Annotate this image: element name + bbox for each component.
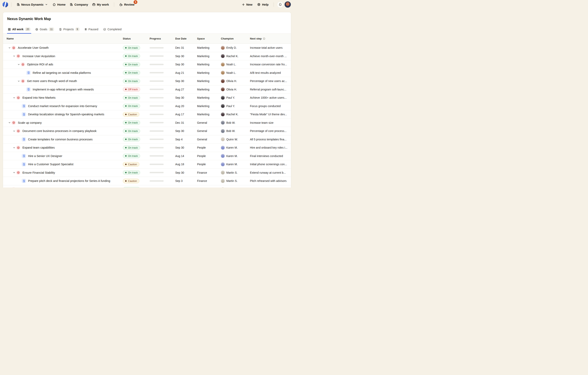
expand-chevron-icon[interactable] [13,146,15,149]
notifications-button[interactable] [277,1,284,8]
expand-chevron-icon[interactable] [13,171,15,174]
champion-name[interactable]: Olivia H. [226,88,237,91]
champion-name[interactable]: Olivia H. [226,79,237,83]
champion-name[interactable]: Paul Y. [226,96,235,99]
app-logo[interactable] [3,2,8,7]
champion-name[interactable]: Noah L. [226,63,236,66]
champion-name[interactable]: Emily D. [226,46,237,49]
table-row[interactable]: Hire a Customer Support SpecialistCautio… [3,160,291,169]
status-badge[interactable]: On track [123,129,140,133]
space-name[interactable]: Marketing [197,79,209,83]
item-name[interactable]: Hire a Customer Support Specialist [28,163,73,166]
item-name[interactable]: Develop localization strategy for Spanis… [28,113,104,116]
table-row[interactable]: Hire a Senior UX DesignerOn trackAug 14P… [3,152,291,160]
space-name[interactable]: Marketing [197,71,209,74]
table-row[interactable]: Get more users through word of mouthOn t… [3,77,291,85]
status-badge[interactable]: On track [123,137,140,142]
new-button[interactable]: New [240,2,254,7]
item-name[interactable]: Expand into New Markets [22,96,55,99]
champion-name[interactable]: Bob W. [226,129,235,132]
item-name[interactable]: Accelerate User Growth [18,46,49,49]
item-name[interactable]: Expand team capabilities [22,146,55,149]
space-name[interactable]: Marketing [197,55,209,58]
item-name[interactable]: Get more users through word of mouth [27,79,77,83]
table-row[interactable]: Increase User AcquisitionOn trackSep 30M… [3,52,291,61]
champion-name[interactable]: Karen M. [226,146,238,149]
item-name[interactable]: Scale up company [18,121,42,124]
table-row[interactable]: Ensure Financial StabilityOn trackSep 30… [3,169,291,177]
item-name[interactable]: Optimize ROI of ads [27,63,53,66]
column-header-name[interactable]: Name [7,34,14,44]
expand-chevron-icon[interactable] [13,96,15,99]
tab-all-work[interactable]: All work20 [6,25,32,33]
column-header-status[interactable]: Status [123,34,131,44]
table-row[interactable]: Accelerate User GrowthOn trackDec 31Mark… [3,44,291,52]
status-badge[interactable]: On track [123,62,140,67]
workspace-switcher[interactable]: Nexus Dynamic [15,2,50,7]
status-badge[interactable]: On track [123,154,140,158]
status-badge[interactable]: Caution [123,162,139,167]
space-name[interactable]: Marketing [197,63,209,66]
status-badge[interactable]: On track [123,54,140,58]
table-row[interactable]: Expand team capabilitiesOn trackSep 30Pe… [3,143,291,152]
table-row[interactable]: Expand into New MarketsOn trackSep 30Mar… [3,94,291,102]
space-name[interactable]: Marketing [197,96,209,99]
nav-review[interactable]: Review 5 [117,2,136,8]
status-badge[interactable]: On track [123,187,140,188]
item-name[interactable]: Implement in-app referral program with r… [33,88,94,91]
champion-name[interactable]: Martin S. [226,171,238,174]
item-name[interactable]: Conduct market research for expansion in… [28,104,97,108]
space-name[interactable]: People [197,146,206,149]
status-badge[interactable]: On track [123,79,140,83]
table-row[interactable]: Prepare pitch deck and financial project… [3,177,291,185]
item-name[interactable]: Create templates for common business pro… [28,138,93,141]
column-header-champion[interactable]: Champion [221,34,234,44]
champion-name[interactable]: Bob W. [226,121,235,124]
column-header-next-step[interactable]: Next step [250,34,288,44]
champion-name[interactable]: Rachel K. [226,113,239,116]
status-badge[interactable]: On track [123,170,140,175]
space-name[interactable]: Marketing [197,113,209,116]
expand-chevron-icon[interactable] [8,46,11,49]
table-row[interactable]: Implement in-app referral program with r… [3,85,291,94]
status-badge[interactable]: On track [123,70,140,75]
item-name[interactable]: Increase User Acquisition [22,55,55,58]
column-header-due-date[interactable]: Due Date [175,34,187,44]
status-badge[interactable]: On track [123,145,140,150]
space-name[interactable]: People [197,163,206,166]
space-name[interactable]: Finance [197,171,207,174]
space-name[interactable]: General [197,138,207,141]
table-row[interactable]: Refine ad targeting on social media plat… [3,69,291,77]
table-row[interactable]: Create templates for common business pro… [3,135,291,144]
expand-chevron-icon[interactable] [13,130,15,132]
expand-chevron-icon[interactable] [17,80,20,82]
champion-name[interactable]: Rachel K. [226,55,239,58]
space-name[interactable]: Finance [197,179,207,182]
status-badge[interactable]: On track [123,45,140,50]
champion-name[interactable]: Karen M. [226,163,238,166]
nav-my-work[interactable]: My work [90,2,111,7]
help-button[interactable]: Help [255,2,270,7]
space-name[interactable]: People [197,154,206,158]
tab-projects[interactable]: Projects9 [57,25,81,33]
status-badge[interactable]: On track [123,120,140,125]
expand-chevron-icon[interactable] [13,55,15,57]
status-badge[interactable]: On track [123,95,140,100]
status-badge[interactable]: On track [123,104,140,108]
champion-name[interactable]: Paul Y. [226,104,235,108]
user-avatar[interactable] [284,1,291,8]
column-header-space[interactable]: Space [197,34,205,44]
status-badge[interactable]: Off track [123,87,140,92]
table-row[interactable]: Improve ProductOn trackSep 30ProductFran… [3,185,291,188]
item-name[interactable]: Refine ad targeting on social media plat… [33,71,91,74]
status-badge[interactable]: Caution [123,112,139,117]
item-name[interactable]: Hire a Senior UX Designer [28,154,62,158]
nav-company[interactable]: Company [68,2,90,7]
tab-goals[interactable]: Goals11 [33,25,56,33]
champion-name[interactable]: Martin S. [226,179,238,182]
column-header-progress[interactable]: Progress [150,34,161,44]
item-name[interactable]: Document core business processes in comp… [22,129,96,132]
champion-name[interactable]: Quinn W. [226,138,238,141]
status-badge[interactable]: Caution [123,179,139,183]
space-name[interactable]: Marketing [197,88,209,91]
